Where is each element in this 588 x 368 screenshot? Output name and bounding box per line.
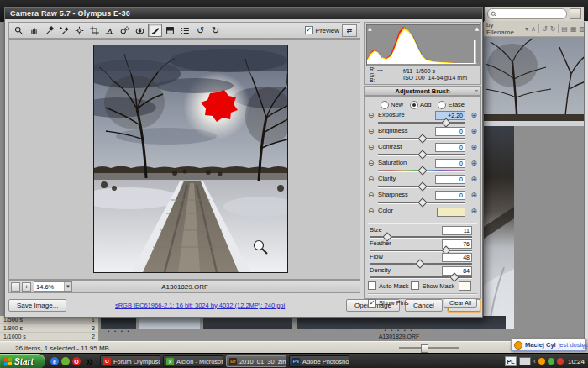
zoom-out-button[interactable]: − [11,282,20,292]
task-button[interactable]: ✕Alcion - Microsoft Out... [163,355,223,367]
rotate-left-icon[interactable]: ↺ [542,25,548,33]
clear-all-button[interactable]: Clear All [444,298,477,308]
rating-dots[interactable]: • • • • • [361,328,437,333]
panel-menu-icon[interactable]: ≡ [475,88,478,94]
color-sampler-tool[interactable] [57,24,71,37]
gadu-gadu-tray-icon[interactable] [538,358,545,365]
keyboard-icon[interactable] [519,357,531,365]
zoom-tool[interactable] [12,24,26,37]
internet-explorer-icon[interactable]: e [50,357,59,365]
language-indicator[interactable]: PL [505,356,517,366]
increase-icon[interactable]: ⊕ [470,128,477,135]
task-button[interactable]: OForum Olympusclub.p... [100,355,160,367]
task-button[interactable]: PsAdobe Photoshop CS... [289,355,349,367]
increase-icon[interactable]: ⊕ [470,144,477,151]
decrease-icon[interactable]: ⊖ [368,208,375,215]
mask-color-swatch[interactable] [459,281,471,291]
decrease-icon[interactable]: ⊖ [368,144,375,151]
spot-removal-tool[interactable] [118,24,132,37]
workflow-options-link[interactable]: sRGB IEC61966-2.1; 16 bit; 3024 by 4032 … [115,302,285,309]
slider-value[interactable]: 0 [435,143,465,152]
toggle-fullscreen-button[interactable]: ⇄ [342,24,357,37]
graduated-filter-tool[interactable] [163,24,177,37]
quicklaunch-overflow-chevron[interactable]: » [86,354,93,368]
show-mask-checkbox[interactable] [411,281,419,290]
alert-tray-icon[interactable] [557,358,564,365]
slider-thumb[interactable] [417,166,427,175]
slider-value[interactable]: 48 [442,253,472,262]
rotate-right-icon[interactable]: ↻ [550,25,556,33]
slider-value[interactable]: 0 [435,159,465,168]
slider-value[interactable]: +2.20 [435,111,465,120]
slider-value[interactable]: 0 [435,191,465,200]
thumbnail-size-slider[interactable] [399,347,459,349]
slider-thumb[interactable] [417,197,427,207]
sort-ascending-icon[interactable]: ∧ [531,25,536,33]
highlight-clipping-indicator[interactable]: ▲ [475,25,479,31]
slider-value[interactable]: 11 [442,226,472,235]
decrease-icon[interactable]: ⊖ [368,160,375,167]
preferences-tool[interactable] [178,24,192,37]
slider-track[interactable] [378,138,465,139]
slider-track[interactable] [378,122,465,124]
start-button[interactable]: Start [0,354,45,368]
increase-icon[interactable]: ⊕ [470,176,477,183]
opera-icon[interactable]: O [72,357,81,365]
communicator-tray-icon[interactable] [548,358,554,365]
slider-track[interactable] [370,250,472,251]
slider-track[interactable] [370,263,472,265]
compact-mode-button[interactable] [570,8,581,19]
filter-item[interactable]: 1/800 s3 [0,324,98,333]
thumbnail[interactable] [203,316,292,329]
increase-icon[interactable]: ⊕ [470,160,477,167]
notification-balloon[interactable]: Maciej Cyl jest dostępny [511,339,586,351]
zoom-in-button[interactable]: + [22,282,31,292]
slider-track[interactable] [378,170,465,171]
rating-dots[interactable]: • • • • [102,329,136,334]
search-input[interactable] [487,8,567,19]
straighten-tool[interactable] [102,24,117,37]
save-image-button[interactable]: Save Image... [8,299,66,312]
increase-icon[interactable]: ⊕ [470,112,477,119]
slider-track[interactable] [378,202,465,203]
targeted-adjustment-tool[interactable] [72,24,87,37]
photo-canvas[interactable] [93,45,288,273]
auto-mask-checkbox[interactable] [368,281,376,290]
slider-track[interactable] [370,276,472,278]
zoom-level-select[interactable]: 14.6% ▼ [34,281,72,292]
adjustment-brush-tool[interactable] [148,24,162,37]
decrease-icon[interactable]: ⊖ [368,128,375,135]
dialog-titlebar[interactable]: Camera Raw 5.7 - Olympus E-30 [5,8,482,19]
mode-erase[interactable]: Erase [438,101,465,109]
open-recent-icon[interactable]: ▤ [561,25,568,33]
slider-thumb[interactable] [417,150,427,159]
red-eye-tool[interactable] [133,24,147,37]
shadow-clipping-indicator[interactable]: ▲ [368,25,372,31]
preview-checkbox[interactable]: ✓ [305,26,313,34]
mode-add[interactable]: Add [410,101,431,109]
new-folder-icon[interactable]: ▦ [570,25,577,33]
hand-tool[interactable] [27,24,41,37]
slider-value[interactable]: 0 [435,175,465,184]
slider-thumb[interactable] [417,134,427,143]
slider-track[interactable] [378,154,465,155]
increase-icon[interactable]: ⊕ [470,192,477,199]
white-balance-tool[interactable] [42,24,56,37]
gadu-gadu-icon[interactable] [61,357,70,365]
mode-radio[interactable] [438,101,446,109]
hide-icons-chevron[interactable]: ‹ [533,357,536,365]
slider-track[interactable] [370,236,472,238]
crop-tool[interactable] [87,24,102,37]
sort-dropdown-icon[interactable]: ▾ [525,25,528,33]
mode-radio[interactable] [381,101,389,109]
color-swatch[interactable] [437,208,465,217]
slider-value[interactable]: 0 [435,127,465,136]
decrease-icon[interactable]: ⊖ [368,176,375,183]
thumbnail[interactable] [101,316,136,329]
slider-thumb[interactable] [417,181,427,191]
slider-track[interactable] [378,186,465,187]
rotate-right-tool[interactable]: ↻ [208,24,223,37]
sort-label[interactable]: by Filename [486,21,522,36]
decrease-icon[interactable]: ⊖ [368,112,375,119]
filter-item[interactable]: 1/1000 s2 [0,333,98,341]
